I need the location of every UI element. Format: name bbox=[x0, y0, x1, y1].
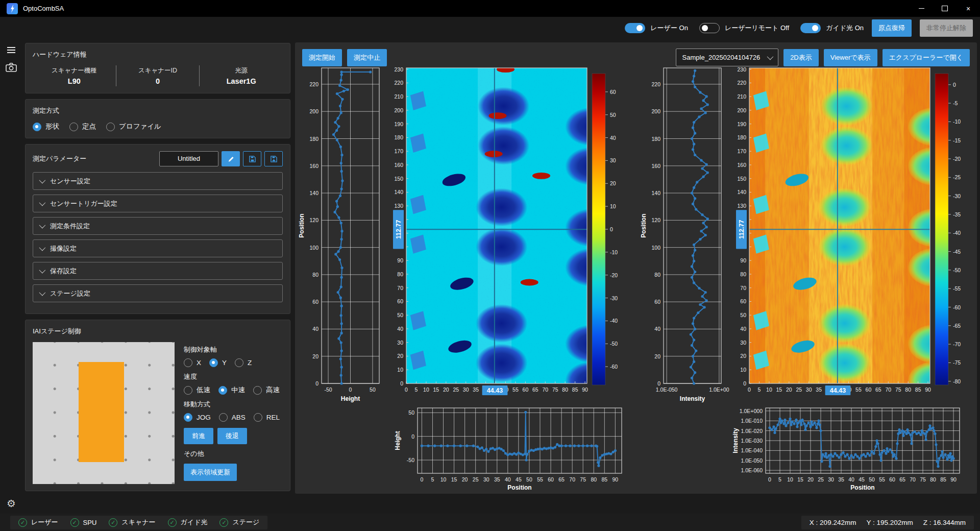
svg-text:-50: -50 bbox=[324, 387, 332, 393]
camera-icon[interactable] bbox=[5, 61, 18, 74]
radio-label: 高速 bbox=[266, 385, 280, 395]
radio-option[interactable]: プロファイル bbox=[106, 122, 161, 131]
radio-option[interactable]: Y bbox=[209, 358, 227, 367]
svg-text:60: 60 bbox=[548, 476, 554, 482]
svg-text:90: 90 bbox=[950, 476, 957, 482]
svg-text:160: 160 bbox=[651, 163, 660, 169]
svg-text:30: 30 bbox=[610, 157, 616, 163]
svg-text:-25: -25 bbox=[953, 174, 961, 180]
svg-text:44.43: 44.43 bbox=[487, 387, 503, 394]
radio-option[interactable]: ABS bbox=[219, 413, 246, 422]
svg-text:60: 60 bbox=[610, 89, 616, 95]
radio-option[interactable]: 低速 bbox=[184, 385, 210, 395]
svg-text:35: 35 bbox=[816, 387, 822, 393]
svg-text:180: 180 bbox=[651, 136, 660, 142]
toggle-0[interactable] bbox=[625, 23, 645, 33]
svg-text:1.0E-030: 1.0E-030 bbox=[741, 438, 763, 444]
update-display-area-button[interactable]: 表示領域更新 bbox=[184, 464, 237, 481]
svg-text:Height: Height bbox=[394, 431, 401, 450]
svg-text:0: 0 bbox=[411, 433, 414, 440]
height-cross-section-chart: 051015202530354045505560657075808590500-… bbox=[394, 405, 625, 492]
edit-parameter-button[interactable] bbox=[222, 151, 240, 166]
svg-text:190: 190 bbox=[394, 121, 403, 127]
radio-option[interactable]: Z bbox=[235, 358, 252, 367]
view-2d-button[interactable]: 2D表示 bbox=[783, 49, 819, 66]
radio-label: Z bbox=[248, 359, 252, 367]
accordion-section-3[interactable]: 撮像設定 bbox=[33, 239, 283, 257]
chevron-down-icon bbox=[767, 54, 774, 60]
hamburger-menu-icon[interactable] bbox=[5, 43, 18, 57]
minimize-button[interactable] bbox=[910, 0, 933, 17]
stage-map[interactable] bbox=[33, 342, 175, 484]
stop-measurement-button[interactable]: 測定中止 bbox=[347, 49, 387, 66]
open-viewer-button[interactable]: Viewerで表示 bbox=[824, 49, 877, 66]
height-heatmap[interactable]: 0510152025303540455055606570758085900102… bbox=[383, 65, 589, 403]
radio-option[interactable]: 定点 bbox=[69, 122, 96, 131]
svg-text:230: 230 bbox=[394, 66, 403, 73]
svg-text:80: 80 bbox=[591, 476, 597, 482]
chevron-down-icon bbox=[39, 289, 46, 296]
svg-text:100: 100 bbox=[651, 245, 660, 251]
svg-text:40: 40 bbox=[397, 326, 403, 332]
intensity-heatmap[interactable]: 0510152025303540455055606570758085900102… bbox=[726, 65, 932, 403]
check-circle-icon: ✓ bbox=[168, 518, 177, 527]
radio-option[interactable]: JOG bbox=[184, 413, 211, 422]
toggle-2[interactable] bbox=[800, 23, 821, 33]
sample-select[interactable]: Sample_20250204104726 bbox=[676, 49, 779, 66]
save-parameter-button[interactable] bbox=[243, 151, 261, 166]
radio-dot bbox=[33, 123, 41, 131]
hardware-field: スキャナーID0 bbox=[116, 65, 200, 86]
svg-text:10: 10 bbox=[397, 367, 403, 373]
chevron-down-icon bbox=[39, 200, 46, 206]
svg-text:60: 60 bbox=[312, 299, 318, 305]
accordion-section-0[interactable]: センサー設定 bbox=[33, 172, 283, 190]
measurement-method-card: 測定方式 形状定点プロファイル bbox=[25, 99, 290, 138]
svg-text:210: 210 bbox=[394, 93, 403, 100]
svg-text:-45: -45 bbox=[953, 249, 961, 255]
svg-text:210: 210 bbox=[737, 93, 746, 100]
chevron-down-icon bbox=[39, 267, 46, 274]
open-explorer-button[interactable]: エクスプローラーで開く bbox=[883, 49, 970, 66]
svg-text:40: 40 bbox=[848, 476, 854, 482]
radio-option[interactable]: 高速 bbox=[253, 385, 280, 395]
radio-option[interactable]: REL bbox=[254, 413, 280, 422]
toggle-1[interactable] bbox=[699, 23, 720, 33]
radio-option[interactable]: 中速 bbox=[218, 385, 245, 395]
stage-coordinates: X : 209.242mm Y : 195.202mm Z : 16.344mm bbox=[801, 516, 974, 529]
maximize-button[interactable] bbox=[933, 0, 957, 17]
svg-text:60: 60 bbox=[397, 298, 403, 304]
svg-text:30: 30 bbox=[463, 387, 469, 393]
svg-text:5: 5 bbox=[431, 476, 434, 482]
svg-text:80: 80 bbox=[654, 272, 660, 278]
svg-text:45: 45 bbox=[516, 476, 522, 482]
accordion-section-2[interactable]: 測定条件設定 bbox=[33, 217, 283, 235]
forward-button[interactable]: 前進 bbox=[184, 428, 213, 444]
sample-select-value: Sample_20250204104726 bbox=[682, 54, 761, 61]
svg-text:150: 150 bbox=[737, 176, 746, 182]
close-button[interactable]: × bbox=[957, 0, 980, 17]
check-circle-icon: ✓ bbox=[109, 518, 117, 527]
left-panel: ハードウェア情報 スキャナー機種L90スキャナーID0光源Laser1G 測定方… bbox=[25, 43, 290, 497]
svg-text:180: 180 bbox=[394, 134, 403, 140]
radio-option[interactable]: 形状 bbox=[33, 122, 59, 131]
accordion-label: ステージ設定 bbox=[50, 289, 90, 298]
status-item-label: レーザー bbox=[31, 518, 58, 527]
svg-text:80: 80 bbox=[930, 476, 936, 482]
emergency-release-button[interactable]: 非常停止解除 bbox=[920, 19, 973, 37]
accordion-label: センサートリガー設定 bbox=[50, 199, 117, 208]
chevron-down-icon bbox=[39, 245, 46, 251]
home-return-button[interactable]: 原点復帰 bbox=[872, 19, 912, 37]
settings-gear-icon[interactable]: ⚙ bbox=[0, 497, 22, 510]
svg-text:170: 170 bbox=[737, 148, 746, 154]
move-mode-options: JOGABSREL bbox=[184, 413, 283, 422]
parameter-name-input[interactable]: Untitled bbox=[159, 151, 218, 166]
accordion-section-1[interactable]: センサートリガー設定 bbox=[33, 195, 283, 212]
save-as-parameter-button[interactable] bbox=[264, 151, 283, 166]
radio-label: 中速 bbox=[231, 385, 245, 395]
radio-option[interactable]: X bbox=[184, 358, 201, 367]
accordion-section-4[interactable]: 保存設定 bbox=[33, 262, 283, 280]
accordion-section-5[interactable]: ステージ設定 bbox=[33, 284, 283, 302]
start-measurement-button[interactable]: 測定開始 bbox=[302, 49, 342, 66]
backward-button[interactable]: 後退 bbox=[217, 428, 247, 444]
svg-text:Intensity: Intensity bbox=[680, 395, 705, 402]
